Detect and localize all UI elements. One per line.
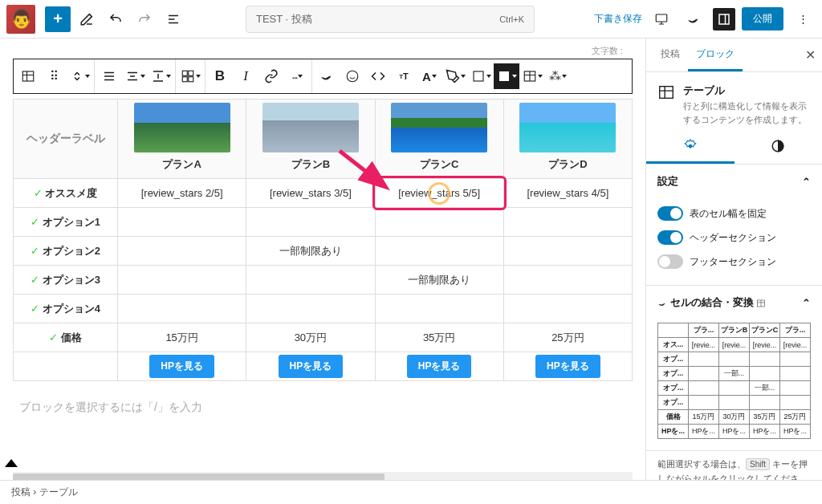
- table-cell[interactable]: [review_stars 5/5]: [375, 179, 503, 208]
- close-sidebar-icon[interactable]: ✕: [805, 47, 816, 63]
- swell-format-icon[interactable]: [314, 63, 340, 89]
- align-none-icon[interactable]: [96, 63, 122, 89]
- table-cell[interactable]: 25万円: [503, 323, 632, 352]
- row-label-cell[interactable]: ✓ オススメ度: [14, 179, 118, 208]
- row-label-cell[interactable]: ✓ オプション3: [14, 266, 118, 295]
- table-cell[interactable]: [503, 237, 632, 266]
- cell-style-icon[interactable]: [519, 63, 545, 89]
- hp-button[interactable]: HPを見る: [535, 355, 600, 378]
- tab-post[interactable]: 投稿: [653, 39, 688, 71]
- add-block-button[interactable]: +: [45, 6, 71, 32]
- table-cell[interactable]: HPを見る: [503, 352, 632, 381]
- row-label-cell[interactable]: ✓ 価格: [14, 323, 118, 352]
- table-cell[interactable]: [375, 237, 503, 266]
- command-palette-input[interactable]: TEST · 投稿 Ctrl+K: [246, 6, 535, 33]
- panel-settings-header[interactable]: 設定⌃: [646, 165, 822, 198]
- svg-rect-8: [474, 71, 483, 81]
- row-label-cell[interactable]: ✓ オプション4: [14, 295, 118, 323]
- breadcrumb[interactable]: 投稿 › テーブル: [0, 480, 822, 504]
- text-color-icon[interactable]: A: [417, 63, 442, 89]
- table-cell[interactable]: [246, 266, 375, 295]
- preview-desktop-icon[interactable]: [649, 6, 674, 32]
- valign-icon[interactable]: [148, 63, 173, 89]
- plan-header[interactable]: プランA: [118, 100, 246, 179]
- bg-color-icon[interactable]: [494, 63, 519, 89]
- table-cell[interactable]: [246, 208, 375, 237]
- swell-icon[interactable]: [681, 6, 706, 32]
- toggle-fixed-width[interactable]: [657, 206, 683, 221]
- comparison-table[interactable]: ヘッダーラベル プランA プランB プランC プランD ✓ オススメ度[revi…: [13, 99, 633, 381]
- table-cell[interactable]: HPを見る: [246, 352, 375, 381]
- table-cell[interactable]: [503, 266, 632, 295]
- link-icon[interactable]: [258, 63, 284, 89]
- plan-image: [519, 103, 616, 152]
- row-label-cell[interactable]: ✓ オプション2: [14, 237, 118, 266]
- hp-button[interactable]: HPを見る: [279, 355, 344, 378]
- plan-image: [262, 103, 359, 152]
- row-label-cell[interactable]: ✓ オプション1: [14, 208, 118, 237]
- svg-rect-3: [182, 71, 187, 75]
- code-icon[interactable]: [365, 63, 391, 89]
- user-avatar[interactable]: [6, 5, 35, 34]
- plan-header[interactable]: プランD: [503, 100, 632, 179]
- table-cell[interactable]: 30万円: [246, 323, 375, 352]
- hp-button[interactable]: HPを見る: [149, 355, 214, 378]
- table-cell[interactable]: [118, 295, 246, 323]
- panel-merge-header[interactable]: セルの結合・変換 ⌃: [646, 286, 822, 319]
- tab-settings-icon[interactable]: [646, 131, 735, 164]
- undo-icon[interactable]: [103, 6, 128, 32]
- table-cell[interactable]: HPを見る: [118, 352, 246, 381]
- border-icon[interactable]: [468, 63, 494, 89]
- table-cell[interactable]: [review_stars 2/5]: [118, 179, 246, 208]
- more-text-icon[interactable]: ···: [284, 63, 310, 89]
- header-label-cell[interactable]: ヘッダーラベル: [26, 132, 105, 144]
- move-icon[interactable]: [67, 63, 92, 89]
- align-center-icon[interactable]: [122, 63, 148, 89]
- font-size-icon[interactable]: TT: [391, 63, 417, 89]
- word-count-label: 文字数 :: [13, 45, 633, 57]
- highlight-icon[interactable]: [442, 63, 468, 89]
- table-edit-icon[interactable]: [177, 63, 203, 89]
- drag-handle-icon[interactable]: ⠿: [41, 63, 67, 89]
- settings-panel-toggle[interactable]: [713, 8, 735, 30]
- table-cell[interactable]: [503, 295, 632, 323]
- table-cell[interactable]: [375, 295, 503, 323]
- svg-rect-0: [656, 14, 667, 22]
- outline-icon[interactable]: [161, 6, 186, 32]
- edit-mode-icon[interactable]: [74, 6, 100, 32]
- italic-button[interactable]: I: [233, 63, 258, 89]
- toggle-footer-section[interactable]: [657, 254, 683, 269]
- svg-rect-12: [660, 87, 673, 99]
- redo-icon[interactable]: [132, 6, 157, 32]
- table-cell[interactable]: [14, 352, 118, 381]
- emoji-icon[interactable]: [340, 63, 365, 89]
- table-cell[interactable]: HPを見る: [375, 352, 503, 381]
- table-block-icon[interactable]: [15, 63, 41, 89]
- toggle-header-section[interactable]: [657, 230, 683, 245]
- tab-block[interactable]: ブロック: [688, 39, 743, 71]
- more-options-icon[interactable]: ⋮: [790, 6, 816, 32]
- paw-icon[interactable]: ⁂: [545, 63, 571, 89]
- table-cell[interactable]: [503, 208, 632, 237]
- block-toolbar: ⠿ B I ··· TT A: [13, 59, 633, 94]
- publish-button[interactable]: 公開: [742, 7, 783, 30]
- save-draft-link[interactable]: 下書き保存: [594, 12, 642, 26]
- mini-table-preview[interactable]: プラ...プランBプランCプラ... オス...[revie...[revie.…: [657, 323, 811, 439]
- hp-button[interactable]: HPを見る: [407, 355, 472, 378]
- table-icon: [657, 83, 675, 101]
- tab-styles-icon[interactable]: [735, 131, 823, 164]
- table-cell[interactable]: [118, 208, 246, 237]
- table-cell[interactable]: [375, 208, 503, 237]
- table-cell[interactable]: [118, 266, 246, 295]
- table-cell[interactable]: 一部制限あり: [375, 266, 503, 295]
- table-cell[interactable]: [246, 295, 375, 323]
- table-cell[interactable]: [review_stars 4/5]: [503, 179, 632, 208]
- settings-sidebar: 投稿 ブロック ✕ テーブル 行と列に構造化して情報を表示するコンテンツを作成し…: [645, 39, 822, 504]
- svg-rect-1: [719, 14, 729, 24]
- block-appender[interactable]: ブロックを選択するには「/」を入力: [13, 381, 633, 421]
- table-cell[interactable]: 一部制限あり: [246, 237, 375, 266]
- bold-button[interactable]: B: [207, 63, 233, 89]
- table-cell[interactable]: [118, 237, 246, 266]
- table-cell[interactable]: 15万円: [118, 323, 246, 352]
- table-cell[interactable]: 35万円: [375, 323, 503, 352]
